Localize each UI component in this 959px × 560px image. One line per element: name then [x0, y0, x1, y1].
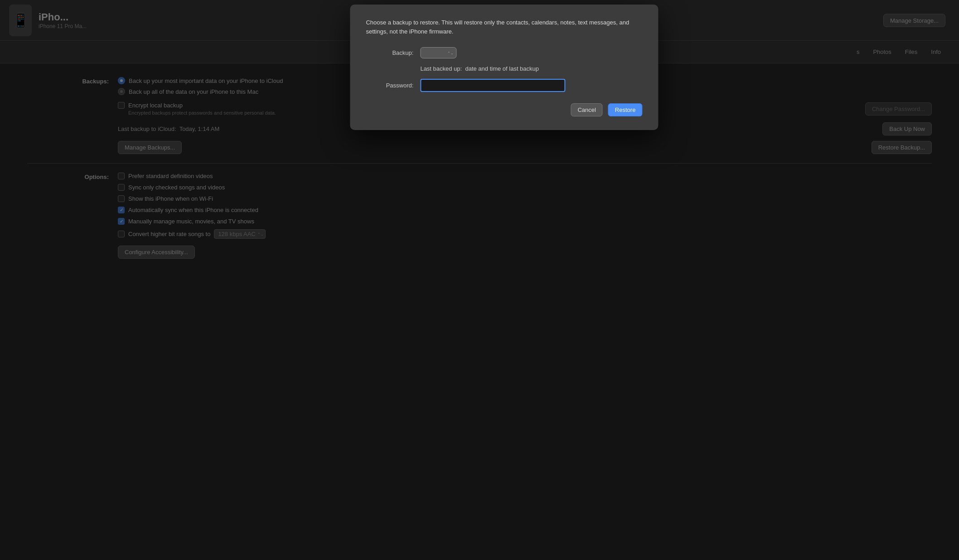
- modal-select-wrapper: [420, 47, 456, 58]
- restore-modal: Choose a backup to restore. This will re…: [350, 5, 658, 130]
- modal-cancel-button[interactable]: Cancel: [571, 103, 602, 116]
- modal-password-label: Password:: [366, 82, 420, 89]
- modal-password-row: Password:: [366, 79, 642, 92]
- modal-description: Choose a backup to restore. This will re…: [366, 18, 642, 36]
- modal-lastbacked-row: Last backed up: date and time of last ba…: [366, 65, 642, 72]
- modal-restore-button[interactable]: Restore: [608, 103, 643, 116]
- modal-backup-row: Backup:: [366, 47, 642, 58]
- modal-lastbacked-value: Last backed up: date and time of last ba…: [420, 65, 539, 72]
- modal-buttons: Cancel Restore: [366, 103, 642, 116]
- modal-password-input[interactable]: [420, 79, 565, 92]
- modal-backup-label: Backup:: [366, 49, 420, 56]
- modal-backup-select[interactable]: [420, 47, 456, 58]
